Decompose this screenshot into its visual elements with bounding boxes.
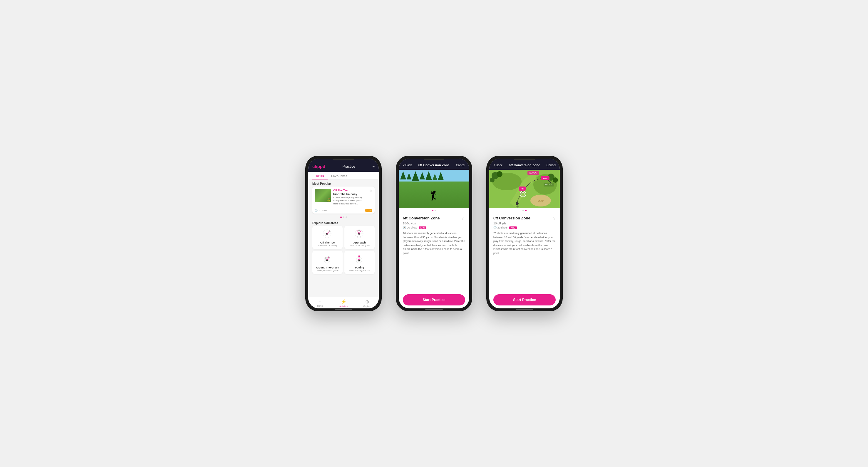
phone-1: clippd Practice ≡ Drills Favourites Most… xyxy=(305,156,382,311)
phone3-shots-row: 🕐 20 shots ARG xyxy=(493,226,556,229)
svg-text:Miss: Miss xyxy=(543,177,548,179)
activities-icon: ⚡ xyxy=(341,299,346,305)
phone2-drill-name: 6ft Conversion Zone xyxy=(403,216,440,220)
phone2-dot-2[interactable] xyxy=(435,210,436,211)
phone2-header-title: 6ft Conversion Zone xyxy=(418,163,450,167)
nav-capture-label: Capture xyxy=(364,305,371,307)
skill-card-ott[interactable]: Off The Tee Power and accuracy xyxy=(312,226,343,249)
phone3-drill-range: 10-50 yds xyxy=(493,222,556,225)
svg-text:FAIRWAY: FAIRWAY xyxy=(529,172,537,174)
phone2-badge: ARG xyxy=(419,227,426,229)
svg-line-5 xyxy=(325,234,327,236)
skill-card-approach[interactable]: Approach Dial-in to hit the green xyxy=(344,226,375,249)
phone-3-screen: < Back 6ft Conversion Zone Cancel xyxy=(489,159,560,308)
phone3-star[interactable]: ☆ xyxy=(552,216,556,221)
phone2-shots-row: 🕐 20 shots ARG xyxy=(403,226,465,229)
phone3-drill-desc: 20 shots are randomly generated at dista… xyxy=(493,231,556,255)
phone2-start-button[interactable]: Start Practice xyxy=(403,294,465,305)
featured-card-badge: OTT xyxy=(365,209,372,212)
phone3-header: < Back 6ft Conversion Zone Cancel xyxy=(489,159,560,170)
phone2-cancel-button[interactable]: Cancel xyxy=(456,164,465,167)
explore-label: Explore skill areas xyxy=(308,219,379,226)
phone2-back-button[interactable]: < Back xyxy=(403,164,412,167)
phone2-header: < Back 6ft Conversion Zone Cancel xyxy=(399,159,469,170)
home-indicator-3 xyxy=(516,309,533,309)
phone3-shots-text: 🕐 20 shots xyxy=(493,226,507,229)
svg-point-43 xyxy=(516,202,519,205)
phone1-header-title: Practice xyxy=(343,165,355,169)
dot-3[interactable] xyxy=(346,216,347,218)
ott-sub: Power and accuracy xyxy=(318,244,338,247)
skill-grid: Off The Tee Power and accuracy xyxy=(308,226,379,276)
nav-home-label: Home xyxy=(317,305,323,307)
featured-card-footer: 🕐 10 shots OTT xyxy=(312,208,375,213)
phone3-header-title: 6ft Conversion Zone xyxy=(509,163,540,167)
phone3-back-button[interactable]: < Back xyxy=(493,164,502,167)
phone2-drill-content: 🏌️ 6ft Conversion Zone ☆ 10-50 yds xyxy=(399,170,469,294)
nav-capture[interactable]: ⊕ Capture xyxy=(355,299,379,307)
phone-2: < Back 6ft Conversion Zone Cancel xyxy=(396,156,472,311)
atg-sub: Hone your short game xyxy=(316,269,338,272)
phone3-cancel-button[interactable]: Cancel xyxy=(547,164,556,167)
featured-card[interactable]: Off The Tee Find The Fairway Create an i… xyxy=(312,187,375,213)
capture-icon: ⊕ xyxy=(365,299,369,305)
phone2-dots xyxy=(399,208,469,213)
phone1-header: clippd Practice ≡ xyxy=(308,159,379,172)
ott-title: Off The Tee xyxy=(320,241,335,244)
phone2-star[interactable]: ☆ xyxy=(461,216,465,221)
featured-card-image xyxy=(315,189,331,202)
svg-point-36 xyxy=(553,177,558,183)
tab-drills[interactable]: Drills xyxy=(312,172,328,179)
bottom-nav: ⌂ Home ⚡ Activities ⊕ Capture xyxy=(308,297,379,308)
featured-card-title: Find The Fairway xyxy=(333,192,367,196)
golf-photo: 🏌️ xyxy=(399,170,469,208)
svg-text:ROUGH: ROUGH xyxy=(546,184,552,186)
skill-card-atg[interactable]: Around The Green Hone your short game xyxy=(312,251,343,274)
clippd-logo: clippd xyxy=(312,164,325,169)
phone3-dots xyxy=(489,208,560,213)
nav-activities[interactable]: ⚡ Activities xyxy=(332,299,355,307)
approach-sub: Dial-in to hit the green xyxy=(349,244,370,247)
phone3-info-header: 6ft Conversion Zone ☆ xyxy=(493,216,556,221)
atg-icon-area xyxy=(320,253,335,265)
phone3-start-button[interactable]: Start Practice xyxy=(493,294,556,305)
dot-1[interactable] xyxy=(340,216,342,218)
home-indicator-1 xyxy=(335,309,352,309)
phone3-dot-1[interactable] xyxy=(522,210,524,211)
tab-favourites[interactable]: Favourites xyxy=(328,172,351,179)
phone-3: < Back 6ft Conversion Zone Cancel xyxy=(486,156,563,311)
phone1-tabs: Drills Favourites xyxy=(308,172,379,180)
phone3-drill-content: Miss Hit xyxy=(489,170,560,294)
phone3-drill-image: Miss Hit xyxy=(489,170,560,208)
phone3-badge: ARG xyxy=(509,227,517,229)
phone2-drill-desc: 20 shots are randomly generated at dista… xyxy=(403,231,465,255)
home-indicator-2 xyxy=(425,309,443,309)
putting-title: Putting xyxy=(355,266,364,269)
svg-line-20 xyxy=(325,258,327,260)
menu-icon[interactable]: ≡ xyxy=(372,164,375,169)
nav-home[interactable]: ⌂ Home xyxy=(308,299,332,307)
phone2-drill-range: 10-50 yds xyxy=(403,222,465,225)
phone2-drill-info: 6ft Conversion Zone ☆ 10-50 yds 🕐 20 sho… xyxy=(399,213,469,257)
putting-sub: Make and lag practice xyxy=(349,269,370,272)
phone2-drill-image: 🏌️ xyxy=(399,170,469,208)
dot-2[interactable] xyxy=(343,216,344,218)
svg-text:SAND: SAND xyxy=(538,200,544,202)
featured-card-star[interactable]: ☆ xyxy=(369,189,372,193)
phone2-info-header: 6ft Conversion Zone ☆ xyxy=(403,216,465,221)
most-popular-label: Most Popular xyxy=(308,180,379,187)
phone3-drill-info: 6ft Conversion Zone ☆ 10-50 yds 🕐 20 sho… xyxy=(489,213,560,257)
phone2-dot-1[interactable] xyxy=(432,210,433,211)
phone3-dot-2[interactable] xyxy=(525,210,527,211)
featured-card-desc: Create an imaginary fairway using trees … xyxy=(333,196,367,205)
svg-line-18 xyxy=(327,257,329,260)
phones-container: clippd Practice ≡ Drills Favourites Most… xyxy=(305,156,563,311)
featured-card-text: Off The Tee Find The Fairway Create an i… xyxy=(333,189,367,205)
nav-activities-label: Activities xyxy=(339,305,348,307)
approach-icon-area xyxy=(352,228,367,240)
phone-1-screen: clippd Practice ≡ Drills Favourites Most… xyxy=(308,159,379,308)
home-icon: ⌂ xyxy=(318,299,321,304)
skill-card-putting[interactable]: Putting Make and lag practice xyxy=(344,251,375,274)
svg-point-33 xyxy=(497,171,502,177)
ott-icon-area xyxy=(320,228,335,240)
